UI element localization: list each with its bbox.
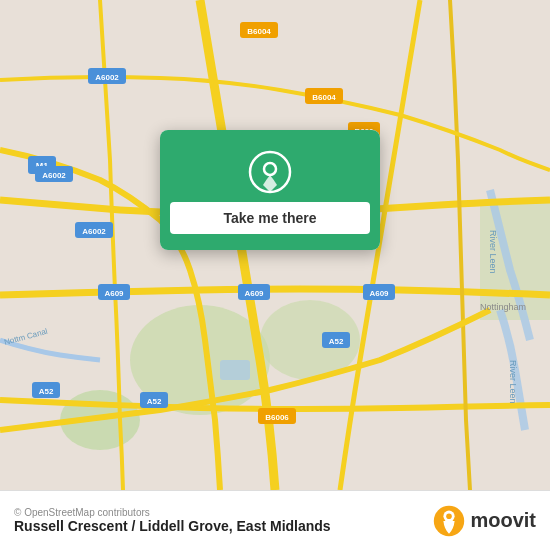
svg-text:B6004: B6004 <box>247 27 271 36</box>
svg-text:B6004: B6004 <box>312 93 336 102</box>
svg-text:River Leen: River Leen <box>488 230 498 274</box>
svg-text:A609: A609 <box>104 289 124 298</box>
svg-text:River Leen: River Leen <box>508 360 518 404</box>
take-me-there-button[interactable]: Take me there <box>170 202 370 234</box>
location-name: Russell Crescent / Liddell Grove, East M… <box>14 518 331 534</box>
svg-point-39 <box>264 163 276 175</box>
svg-text:A52: A52 <box>329 337 344 346</box>
moovit-text: moovit <box>470 509 536 532</box>
svg-point-42 <box>447 513 453 519</box>
svg-text:B6006: B6006 <box>265 413 289 422</box>
bottom-left: © OpenStreetMap contributors Russell Cre… <box>14 507 331 534</box>
svg-text:A52: A52 <box>147 397 162 406</box>
moovit-logo: moovit <box>433 505 536 537</box>
popup-green-section: Take me there <box>160 130 380 250</box>
svg-text:A52: A52 <box>39 387 54 396</box>
svg-text:A6002: A6002 <box>95 73 119 82</box>
attribution-text: © OpenStreetMap contributors <box>14 507 331 518</box>
map-container: M1 A6002 A6002 A6002 B6004 B6004 B690 A6… <box>0 0 550 490</box>
svg-text:Nottingham: Nottingham <box>480 302 526 312</box>
popup-card: Take me there <box>160 130 380 250</box>
svg-text:A609: A609 <box>369 289 389 298</box>
moovit-brand-icon <box>433 505 465 537</box>
svg-rect-5 <box>220 360 250 380</box>
location-pin-icon <box>248 150 292 194</box>
bottom-bar: © OpenStreetMap contributors Russell Cre… <box>0 490 550 550</box>
svg-text:A609: A609 <box>244 289 264 298</box>
svg-text:A6002: A6002 <box>82 227 106 236</box>
svg-text:A6002: A6002 <box>42 171 66 180</box>
